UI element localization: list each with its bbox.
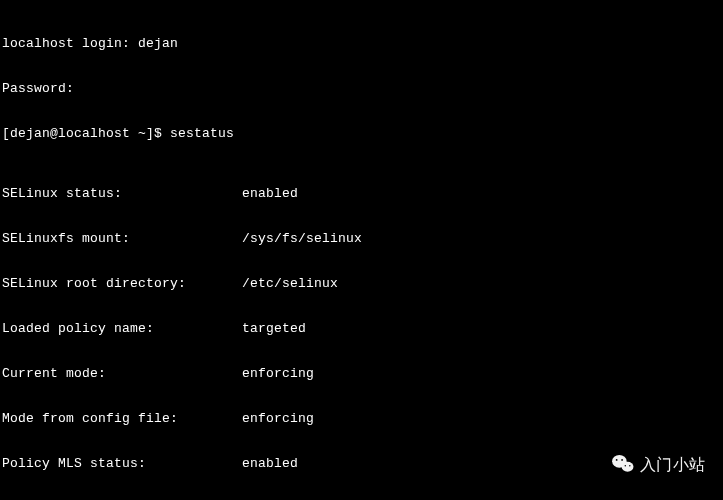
kv-value: enabled bbox=[242, 186, 298, 201]
kv-key: SELinux status: bbox=[2, 186, 242, 201]
kv-key: SELinuxfs mount: bbox=[2, 231, 242, 246]
kv-key: Policy MLS status: bbox=[2, 456, 242, 471]
kv-value: enforcing bbox=[242, 366, 314, 381]
svg-point-5 bbox=[629, 465, 630, 466]
kv-value: /etc/selinux bbox=[242, 276, 338, 291]
kv-row: SELinuxfs mount:/sys/fs/selinux bbox=[2, 231, 721, 246]
kv-key: Loaded policy name: bbox=[2, 321, 242, 336]
login-prompt: localhost login: bbox=[2, 36, 138, 51]
login-line: localhost login: dejan bbox=[2, 36, 721, 51]
kv-value: targeted bbox=[242, 321, 306, 336]
kv-value: enabled bbox=[242, 456, 298, 471]
command-text: sestatus bbox=[170, 126, 234, 141]
kv-key: Current mode: bbox=[2, 366, 242, 381]
terminal-output[interactable]: localhost login: dejan Password: [dejan@… bbox=[0, 0, 723, 500]
kv-value: /sys/fs/selinux bbox=[242, 231, 362, 246]
kv-row: Mode from config file:enforcing bbox=[2, 411, 721, 426]
svg-point-2 bbox=[616, 459, 618, 461]
kv-row: Loaded policy name:targeted bbox=[2, 321, 721, 336]
login-user: dejan bbox=[138, 36, 178, 51]
kv-value: enforcing bbox=[242, 411, 314, 426]
svg-point-4 bbox=[625, 465, 626, 466]
svg-point-1 bbox=[622, 462, 634, 472]
wechat-icon bbox=[612, 454, 634, 474]
svg-point-3 bbox=[621, 459, 623, 461]
kv-key: Mode from config file: bbox=[2, 411, 242, 426]
kv-row: SELinux root directory:/etc/selinux bbox=[2, 276, 721, 291]
kv-key: SELinux root directory: bbox=[2, 276, 242, 291]
password-line: Password: bbox=[2, 81, 721, 96]
shell-prompt: [dejan@localhost ~]$ bbox=[2, 126, 170, 141]
kv-row: Current mode:enforcing bbox=[2, 366, 721, 381]
cmd-line-1: [dejan@localhost ~]$ sestatus bbox=[2, 126, 721, 141]
watermark-text: 入门小站 bbox=[640, 457, 705, 472]
watermark: 入门小站 bbox=[612, 454, 705, 474]
kv-row: SELinux status:enabled bbox=[2, 186, 721, 201]
